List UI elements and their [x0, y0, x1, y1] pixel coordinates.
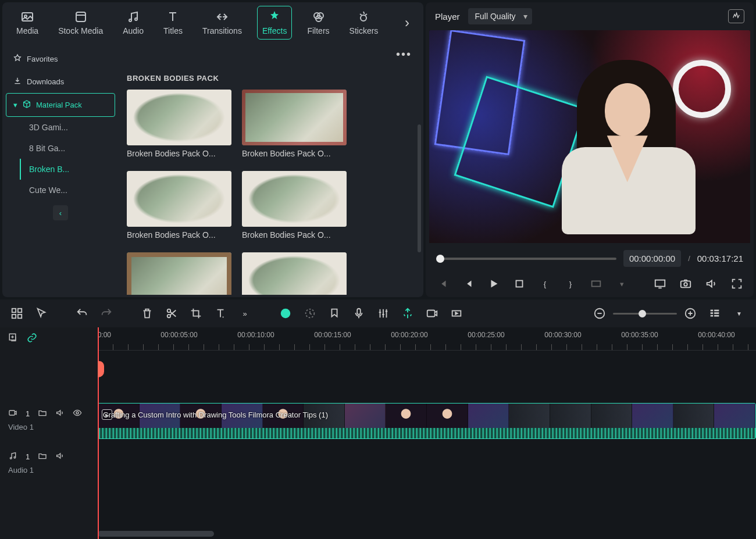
sidebar-label: Downloads: [27, 77, 64, 86]
mark-out-button[interactable]: }: [564, 277, 577, 290]
current-time: 00:00:00:00: [623, 250, 681, 267]
tab-transitions[interactable]: Transitions: [198, 6, 247, 39]
sidebar-sub-label: Cute We...: [29, 185, 67, 195]
zoom-out-button[interactable]: [593, 307, 606, 320]
link-button[interactable]: [27, 333, 37, 345]
seek-slider[interactable]: [436, 258, 616, 260]
playhead[interactable]: [98, 327, 99, 539]
grid-scrollbar[interactable]: [418, 124, 421, 252]
keyframe-button[interactable]: [450, 307, 463, 320]
preview-display-button[interactable]: [654, 277, 666, 290]
track-view-button[interactable]: [708, 307, 721, 320]
track-mute-button[interactable]: [55, 408, 65, 419]
download-icon: [13, 76, 22, 87]
audio-mixer-button[interactable]: [377, 307, 390, 320]
sidebar-label: Material Pack: [36, 101, 82, 109]
more-tools-button[interactable]: »: [238, 307, 251, 320]
sidebar-material-pack[interactable]: ▾ Material Pack: [6, 93, 115, 117]
crop-button[interactable]: [190, 307, 202, 320]
add-track-button[interactable]: [8, 333, 19, 345]
audio-track-lane[interactable]: [98, 442, 756, 486]
svg-point-4: [135, 18, 137, 20]
volume-button[interactable]: [705, 277, 718, 290]
tab-stickers[interactable]: Stickers: [345, 6, 383, 39]
ruler-tick-label: 00:00:20:00: [391, 331, 427, 339]
voiceover-button[interactable]: [352, 307, 365, 320]
zoom-slider[interactable]: [613, 313, 677, 315]
svg-rect-12: [681, 281, 691, 287]
sidebar-favorites[interactable]: Favorites: [6, 48, 115, 70]
video-track-lane[interactable]: ▸ Crafting a Custom Intro with Drawing T…: [98, 399, 756, 442]
svg-point-8: [361, 15, 366, 21]
split-button[interactable]: [165, 307, 178, 320]
effect-card[interactable]: Broken Bodies Pack O...: [242, 171, 347, 240]
redo-button[interactable]: [100, 307, 113, 320]
effect-card[interactable]: Broken Bodies Pack O...: [242, 90, 347, 158]
sidebar-collapse-button[interactable]: ‹: [53, 205, 68, 220]
scopes-button[interactable]: [728, 9, 744, 23]
tab-audio[interactable]: Audio: [118, 6, 148, 39]
delete-button[interactable]: [141, 307, 154, 320]
effect-card[interactable]: [127, 252, 231, 295]
sidebar-sub-label: Broken B...: [29, 165, 69, 174]
grid-more-button[interactable]: •••: [396, 48, 412, 61]
effect-card[interactable]: [242, 252, 347, 295]
text-button[interactable]: [214, 307, 227, 320]
undo-button[interactable]: [76, 307, 88, 320]
marker-button[interactable]: [328, 307, 341, 320]
video-clip[interactable]: ▸ Crafting a Custom Intro with Drawing T…: [98, 403, 756, 439]
sidebar-downloads[interactable]: Downloads: [6, 70, 115, 93]
clip-title: Crafting a Custom Intro with Drawing Too…: [103, 411, 328, 419]
cursor-tool-button[interactable]: [35, 307, 48, 320]
svg-rect-15: [18, 309, 22, 312]
svg-point-20: [281, 309, 291, 319]
timeline-horizontal-scrollbar[interactable]: [98, 531, 214, 537]
ruler-tick-label: 00:00:25:00: [468, 331, 504, 339]
aspect-button[interactable]: [590, 277, 602, 290]
effect-thumb: [127, 252, 231, 295]
tab-effects[interactable]: Effects: [257, 6, 293, 40]
tracks-area[interactable]: 00:0000:00:05:0000:00:10:0000:00:15:0000…: [98, 327, 756, 539]
render-button[interactable]: [401, 307, 414, 320]
speed-button[interactable]: [304, 307, 316, 320]
effect-thumb: [127, 90, 231, 145]
track-view-dropdown[interactable]: ▼: [733, 307, 746, 320]
sidebar-sub-broken-bodies[interactable]: Broken B...: [20, 159, 115, 180]
tab-media[interactable]: Media: [12, 6, 43, 39]
prev-frame-button[interactable]: [436, 277, 449, 290]
stickers-icon: [356, 10, 370, 24]
ruler-tick-label: 00:00:05:00: [161, 331, 197, 339]
play-button[interactable]: [487, 277, 500, 290]
effect-card[interactable]: Broken Bodies Pack O...: [127, 171, 231, 240]
svg-rect-2: [76, 12, 85, 22]
aspect-dropdown[interactable]: ▾: [615, 277, 628, 290]
time-ruler[interactable]: 00:0000:00:05:0000:00:10:0000:00:15:0000…: [98, 327, 756, 351]
sidebar-sub-3d-gaming[interactable]: 3D Gami...: [6, 117, 115, 138]
track-visibility-button[interactable]: [73, 408, 82, 419]
dots-icon: •••: [396, 48, 412, 60]
step-back-button[interactable]: [462, 277, 475, 290]
chevron-left-icon: ‹: [59, 209, 62, 217]
record-button[interactable]: [426, 307, 438, 320]
track-folder-icon[interactable]: [38, 408, 47, 419]
tab-stock-media[interactable]: Stock Media: [54, 6, 108, 39]
quality-select[interactable]: Full Quality: [468, 8, 532, 24]
preview-viewport[interactable]: [429, 30, 750, 243]
library-sidebar: Favorites Downloads ▾ Material Pack 3D G…: [2, 43, 119, 297]
track-mute-button[interactable]: [55, 451, 65, 462]
mark-in-button[interactable]: {: [539, 277, 551, 290]
effect-card[interactable]: Broken Bodies Pack O...: [127, 90, 231, 158]
tab-titles[interactable]: Titles: [159, 6, 187, 39]
sidebar-sub-cute[interactable]: Cute We...: [6, 180, 115, 201]
svg-point-19: [167, 315, 171, 318]
tabs-overflow-button[interactable]: ›: [400, 12, 414, 33]
fullscreen-button[interactable]: [730, 277, 743, 290]
sidebar-sub-8bit[interactable]: 8 Bit Ga...: [6, 138, 115, 159]
ai-button[interactable]: [279, 307, 292, 320]
track-folder-icon[interactable]: [38, 451, 47, 462]
zoom-in-button[interactable]: [684, 307, 697, 320]
tab-filters[interactable]: Filters: [302, 6, 334, 39]
layout-button[interactable]: [10, 307, 23, 320]
stop-button[interactable]: [513, 277, 526, 290]
snapshot-button[interactable]: [679, 277, 692, 290]
